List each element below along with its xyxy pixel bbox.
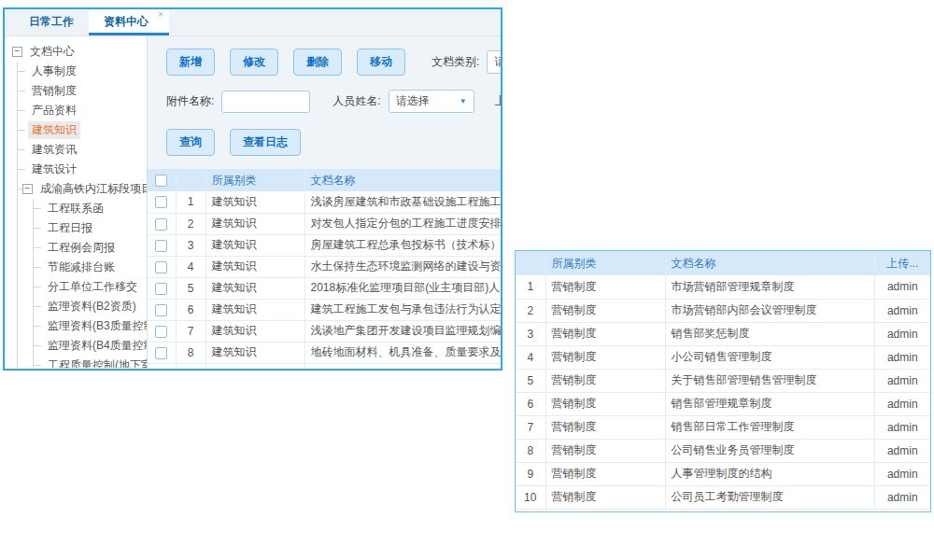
row-doc-name: 关于销售部管理销售管理制度 [665, 369, 874, 392]
table-row[interactable]: 7 建筑知识 浅谈地产集团开发建设项目监理规划编... [148, 320, 501, 342]
tree-connector [18, 169, 25, 170]
row-number: 3 [176, 234, 205, 256]
query-button[interactable]: 查询 [166, 129, 215, 156]
tree-item[interactable]: 建筑设计 [18, 160, 147, 179]
table-row[interactable]: 5 营销制度 关于销售部管理销售管理制度 admin [516, 369, 930, 392]
row-number: 8 [176, 342, 205, 363]
tree-connector [34, 247, 41, 248]
tree-node-project[interactable]: − 成渝高铁内江标段项目 [18, 179, 147, 199]
row-doc-name: 公司员工考勤管理制度 [665, 485, 874, 509]
action-toolbar: 新增 修改 删除 移动 文档类别: 请选择 ▼ 文档名称: [166, 49, 501, 76]
row-doc-name: 销售部管理规章制度 [665, 392, 874, 415]
num-column-header [176, 169, 205, 191]
row-checkbox[interactable] [155, 347, 167, 359]
tree-item[interactable]: 监理资料(B3质量控制) [34, 316, 147, 336]
category-column-header: 所属别类 [205, 169, 304, 191]
move-button[interactable]: 移动 [357, 49, 405, 76]
table-row[interactable]: 8 营销制度 公司销售业务员管理制度 admin [516, 439, 930, 462]
tree-connector [34, 326, 41, 327]
tree-connector [34, 306, 41, 307]
tree-item[interactable]: 节能减排台账 [34, 258, 147, 277]
view-log-button[interactable]: 查看日志 [230, 129, 301, 156]
row-category: 营销制度 [545, 322, 665, 345]
row-checkbox[interactable] [155, 304, 167, 316]
tree-item[interactable]: 工程质量控制(地下室) [34, 356, 147, 368]
close-icon[interactable]: × [158, 10, 163, 20]
row-number: 3 [516, 322, 545, 345]
attachment-name-input[interactable] [221, 91, 310, 113]
row-doc-name: 浅谈地产集团开发建设项目监理规划编... [304, 320, 501, 342]
row-doc-name: 论大厦新材料、新结构、新技术，新工... [304, 363, 501, 368]
row-checkbox[interactable] [155, 240, 167, 252]
table-row[interactable]: 4 营销制度 小公司销售管理制度 admin [516, 345, 930, 369]
row-number: 2 [516, 299, 545, 322]
row-checkbox[interactable] [155, 326, 167, 338]
tree-item[interactable]: 工程例会周报 [34, 238, 147, 258]
row-category: 建筑知识 [205, 213, 304, 234]
edit-button[interactable]: 修改 [230, 49, 278, 76]
select-all-checkbox[interactable] [155, 175, 167, 187]
uploader-column-header: 上传... [874, 251, 930, 275]
table-row[interactable]: 5 建筑知识 2018标准化监理项目部(业主项目部)人员... [148, 277, 501, 299]
row-category: 营销制度 [545, 392, 665, 415]
table-row[interactable]: 4 建筑知识 水土保持生态环境监测网络的建设与资... [148, 256, 501, 277]
row-category: 建筑知识 [205, 363, 304, 368]
tree-connector [18, 149, 25, 150]
tab-data-center[interactable]: 资料中心 × [89, 9, 169, 35]
row-number: 2 [176, 213, 205, 234]
row-category: 营销制度 [545, 439, 665, 462]
doc-category-select[interactable]: 请选择 ▼ [487, 50, 501, 74]
table-row[interactable]: 8 建筑知识 地砖地面材料、机具准备、质量要求及... [148, 342, 501, 363]
row-category: 建筑知识 [205, 191, 304, 213]
row-category: 建筑知识 [205, 256, 304, 277]
person-name-select[interactable]: 请选择 ▼ [389, 90, 474, 113]
tree-connector [34, 267, 41, 268]
tree-item[interactable]: 建筑知识 [18, 120, 147, 140]
delete-button[interactable]: 删除 [293, 49, 342, 76]
row-category: 建筑知识 [205, 234, 304, 256]
collapse-icon[interactable]: − [12, 47, 22, 57]
tab-daily-work[interactable]: 日常工作 [14, 9, 89, 35]
tree-item[interactable]: 工程日报 [34, 218, 147, 238]
table-row[interactable]: 7 营销制度 销售部日常工作管理制度 admin [516, 415, 930, 439]
tree-connector [18, 130, 25, 131]
collapse-icon[interactable]: − [22, 184, 33, 194]
table-row[interactable]: 3 建筑知识 房屋建筑工程总承包投标书（技术标）... [148, 234, 501, 256]
table-row[interactable]: 9 建筑知识 论大厦新材料、新结构、新技术，新工... [148, 363, 501, 368]
table-row[interactable]: 3 营销制度 销售部奖惩制度 admin [516, 322, 930, 345]
tree-item[interactable]: 监理资料(B4质量控制) [34, 336, 147, 356]
tree-item[interactable]: 建筑资讯 [18, 140, 147, 160]
tree-item[interactable]: 营销制度 [18, 81, 147, 101]
table-row[interactable]: 6 建筑知识 建筑工程施工发包与承包违法行为认定... [148, 299, 501, 320]
tree-item[interactable]: 人事制度 [18, 62, 147, 81]
table-row[interactable]: 2 营销制度 市场营销部内部会议管理制度 admin [516, 299, 930, 322]
row-doc-name: 建筑工程施工发包与承包违法行为认定... [304, 299, 501, 320]
table-row[interactable]: 6 营销制度 销售部管理规章制度 admin [516, 392, 930, 415]
row-uploader: admin [874, 275, 930, 299]
tree-root-document-center[interactable]: − 文档中心 [12, 42, 147, 62]
row-doc-name: 公司销售业务员管理制度 [665, 439, 874, 462]
row-uploader: admin [874, 322, 930, 345]
table-row[interactable]: 2 建筑知识 对发包人指定分包的工程施工进度安排... [148, 213, 501, 234]
row-checkbox[interactable] [155, 196, 167, 208]
row-checkbox[interactable] [155, 283, 167, 295]
table-row[interactable]: 1 营销制度 市场营销部管理规章制度 admin [516, 275, 930, 299]
row-checkbox[interactable] [155, 261, 167, 273]
num-column-header [516, 251, 545, 275]
row-category: 营销制度 [545, 462, 665, 485]
row-category: 营销制度 [545, 415, 665, 439]
add-button[interactable]: 新增 [166, 49, 215, 76]
tree-item[interactable]: 监理资料(B2资质) [34, 297, 147, 316]
row-number: 4 [176, 256, 205, 277]
attachment-name-label: 附件名称: [166, 93, 214, 109]
table-row[interactable]: 10 营销制度 公司员工考勤管理制度 admin [516, 485, 930, 509]
name-column-header: 文档名称 [665, 251, 874, 275]
tree-item[interactable]: 产品资料 [18, 101, 147, 120]
row-checkbox[interactable] [155, 218, 167, 231]
tree-item[interactable]: 工程联系函 [34, 199, 147, 218]
table-row[interactable]: 9 营销制度 人事管理制度的结构 admin [516, 462, 930, 485]
table-row[interactable]: 1 建筑知识 浅谈房屋建筑和市政基础设施工程施工... [148, 191, 501, 213]
row-uploader: admin [874, 415, 930, 439]
row-category: 建筑知识 [205, 299, 304, 320]
tree-item[interactable]: 分工单位工作移交 [34, 277, 147, 297]
